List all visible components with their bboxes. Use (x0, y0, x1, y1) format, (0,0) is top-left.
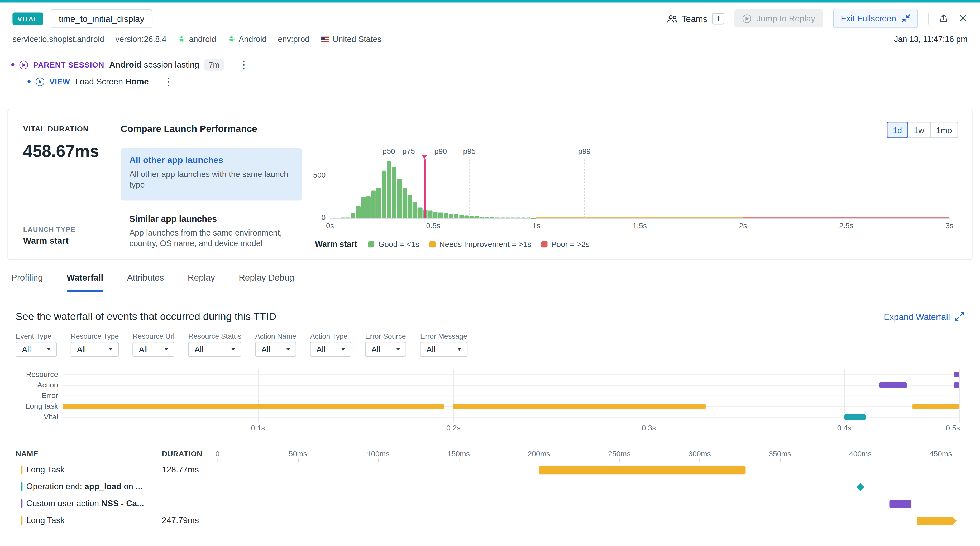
filter-select[interactable]: All (71, 342, 119, 357)
teams-icon (667, 13, 677, 24)
legend-title: Warm start (315, 239, 357, 249)
session-duration-badge: 7m (204, 59, 224, 70)
page-title: time_to_initial_display (51, 9, 153, 28)
filter-select[interactable]: All (188, 342, 241, 357)
hist-bar (433, 212, 438, 218)
android-icon (228, 35, 235, 43)
range-button-1d[interactable]: 1d (887, 122, 908, 138)
tag-5[interactable]: United States (321, 34, 382, 44)
waterfall-row-0[interactable]: Long Task128.77ms (0, 462, 980, 479)
teams-button[interactable]: Teams 1 (667, 13, 725, 24)
hist-bar (521, 218, 525, 218)
text-segment: Custom user action (26, 499, 101, 508)
minimap-gridline (453, 369, 454, 422)
text-segment: Operation end: (26, 482, 85, 492)
minimap-axis-label: 0.1s (251, 423, 265, 432)
session-play-icon[interactable] (19, 60, 28, 69)
range-button-1mo[interactable]: 1mo (930, 122, 958, 138)
current-value-marker (424, 159, 425, 218)
view-play-icon[interactable] (36, 77, 44, 86)
minimap-bar (954, 372, 959, 377)
vital-type-badge: VITAL (13, 12, 43, 24)
timeline-tick-label: 350ms (769, 449, 791, 458)
play-icon (743, 14, 752, 23)
hist-bar (495, 217, 500, 218)
text-segment: Long Task (26, 516, 65, 525)
exit-fullscreen-button[interactable]: Exit Fullscreen (833, 9, 918, 28)
option-title: All other app launches (129, 155, 293, 165)
timeline-tick-mark (218, 459, 218, 462)
share-button[interactable] (939, 13, 948, 24)
jump-to-replay-label: Jump to Replay (757, 14, 815, 23)
filter-label: Resource Url (133, 332, 175, 340)
filter-select[interactable]: All (310, 342, 352, 357)
launch-type-label: LAUNCH TYPE (23, 226, 75, 233)
waterfall-row-3[interactable]: Long Task247.79ms (0, 513, 980, 529)
tab-replay-debug[interactable]: Replay Debug (239, 272, 294, 292)
filter-select[interactable]: All (16, 342, 57, 357)
percentile-label-p90: p90 (434, 147, 447, 156)
waterfall-row-2[interactable]: Custom user action NSS - Ca... (0, 496, 980, 513)
option-all-other-launches[interactable]: All other app launches All other app lau… (121, 148, 302, 201)
filter-select[interactable]: All (255, 342, 296, 357)
header-actions: Teams 1 Jump to Replay Exit Fullscreen ✕ (667, 9, 967, 28)
percentile-label-p95: p95 (463, 147, 476, 156)
tag-1[interactable]: version:26.8.4 (116, 34, 167, 44)
filter-select[interactable]: All (420, 342, 468, 357)
event-bar (917, 517, 957, 525)
tab-attributes[interactable]: Attributes (127, 272, 164, 292)
range-button-1w[interactable]: 1w (907, 122, 931, 138)
filter-value: All (371, 345, 380, 354)
tab-waterfall[interactable]: Waterfall (67, 272, 103, 292)
timeline-tick-mark (458, 459, 459, 462)
tag-label: android (189, 34, 216, 44)
filter-action-type: Action TypeAll (310, 332, 352, 357)
minimap-row-track (62, 385, 960, 385)
legend-label: Good = <1s (378, 240, 419, 248)
tag-4[interactable]: env:prod (278, 34, 309, 44)
tab-replay[interactable]: Replay (188, 272, 215, 292)
event-name: Custom user action NSS - Ca... (26, 499, 144, 508)
filter-label: Resource Status (188, 332, 241, 340)
chevron-down-icon (341, 348, 345, 350)
timeline-tick-mark (378, 459, 379, 462)
session-breadcrumb: PARENT SESSION Android session lasting 7… (0, 44, 980, 90)
filter-value: All (22, 345, 31, 354)
timestamp: Jan 13, 11:47:16 pm (894, 34, 967, 44)
filter-label: Event Type (16, 332, 57, 340)
filter-select[interactable]: All (365, 342, 406, 357)
waterfall-row-1[interactable]: Operation end: app_load on ... (0, 479, 980, 496)
jump-to-replay-button[interactable]: Jump to Replay (735, 10, 823, 28)
tag-label: Android (239, 34, 266, 44)
minimap-gridline (258, 369, 259, 422)
hist-bar (444, 213, 448, 218)
tag-2[interactable]: android (178, 34, 216, 44)
x-axis-tick: 2.5s (839, 221, 853, 230)
option-similar-launches[interactable]: Similar app launches App launches from t… (121, 207, 302, 256)
parent-session-link[interactable]: PARENT SESSION (33, 60, 104, 69)
legend-item[interactable]: Good = <1s (369, 240, 420, 248)
minimap-chart[interactable]: 0.1s0.2s0.3s0.4s0.5s (62, 369, 960, 422)
minimap-gridline (959, 369, 960, 422)
view-text: Load Screen Home (75, 77, 149, 86)
hist-bar (474, 216, 479, 218)
tab-profiling[interactable]: Profiling (11, 272, 43, 292)
kebab-menu-icon[interactable]: ⋮ (164, 76, 174, 86)
tag-0[interactable]: service:io.shopist.android (13, 34, 104, 44)
minimap-gridline (649, 369, 649, 422)
legend-item[interactable]: Needs Improvement = >1s (429, 240, 531, 248)
hist-bar (469, 216, 474, 218)
percentile-line-p75 (409, 159, 409, 218)
legend-swatch (541, 241, 548, 247)
timeline-tick-label: 400ms (849, 449, 872, 458)
legend-item[interactable]: Poor = >2s (541, 240, 590, 248)
close-button[interactable]: ✕ (959, 13, 967, 24)
expand-waterfall-button[interactable]: Expand Waterfall (884, 312, 964, 322)
view-link[interactable]: VIEW (49, 77, 70, 86)
filter-select[interactable]: All (133, 342, 175, 357)
hist-bar (490, 217, 495, 218)
kebab-menu-icon[interactable]: ⋮ (239, 60, 249, 70)
text-segment: Long Task (26, 465, 65, 474)
tag-label: env:prod (278, 34, 309, 44)
tag-3[interactable]: Android (228, 34, 267, 44)
